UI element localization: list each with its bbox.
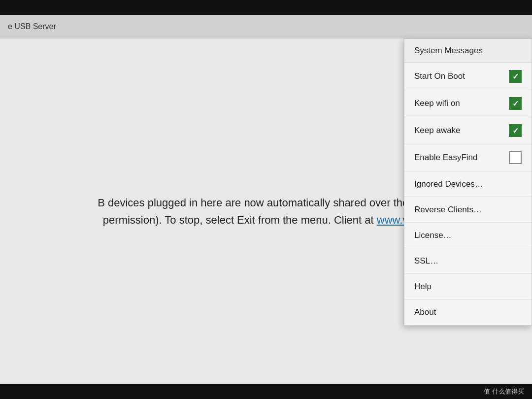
checkbox-keep-awake[interactable] [509, 124, 522, 137]
checkbox-keep-wifi-on[interactable] [509, 97, 522, 110]
checkbox-start-on-boot[interactable] [509, 70, 522, 83]
menu-item-label: Help [414, 282, 432, 292]
menu-item-label: Start On Boot [414, 71, 465, 81]
menu-item-label: Ignored Devices… [414, 179, 483, 189]
menu-item-ssl[interactable]: SSL… [404, 248, 532, 274]
menu-item-keep-wifi-on[interactable]: Keep wifi on [404, 90, 532, 117]
screen: e USB Server B devices plugged in here a… [0, 15, 532, 384]
menu-item-about[interactable]: About [404, 299, 532, 325]
menu-item-license[interactable]: License… [404, 223, 532, 248]
checkbox-enable-easyfind[interactable] [509, 151, 522, 164]
menu-item-label: Enable EasyFind [414, 153, 478, 163]
main-message: B devices plugged in here are now automa… [98, 194, 434, 229]
menu-item-label: License… [414, 231, 452, 240]
menu-item-label: Keep wifi on [414, 99, 460, 108]
title-bar-text: e USB Server [8, 22, 56, 31]
watermark: 值 什么值得买 [484, 387, 524, 396]
menu-item-keep-awake[interactable]: Keep awake [404, 117, 532, 144]
content-area: B devices plugged in here are now automa… [0, 38, 532, 384]
menu-item-label: About [414, 307, 436, 317]
menu-item-enable-easyfind[interactable]: Enable EasyFind [404, 144, 532, 171]
menu-item-label: Reverse Clients… [414, 205, 482, 215]
menu-item-start-on-boot[interactable]: Start On Boot [404, 63, 532, 90]
dropdown-menu: System Messages Start On Boot Keep wifi … [404, 38, 532, 326]
menu-item-reverse-clients[interactable]: Reverse Clients… [404, 197, 532, 223]
top-bar [0, 0, 532, 15]
bottom-bar: 值 什么值得买 [0, 384, 532, 399]
menu-header: System Messages [404, 39, 532, 63]
menu-item-help[interactable]: Help [404, 274, 532, 299]
menu-item-label: SSL… [414, 256, 438, 266]
menu-item-ignored-devices[interactable]: Ignored Devices… [404, 171, 532, 197]
title-bar: e USB Server [0, 15, 532, 38]
menu-item-label: Keep awake [414, 126, 461, 135]
